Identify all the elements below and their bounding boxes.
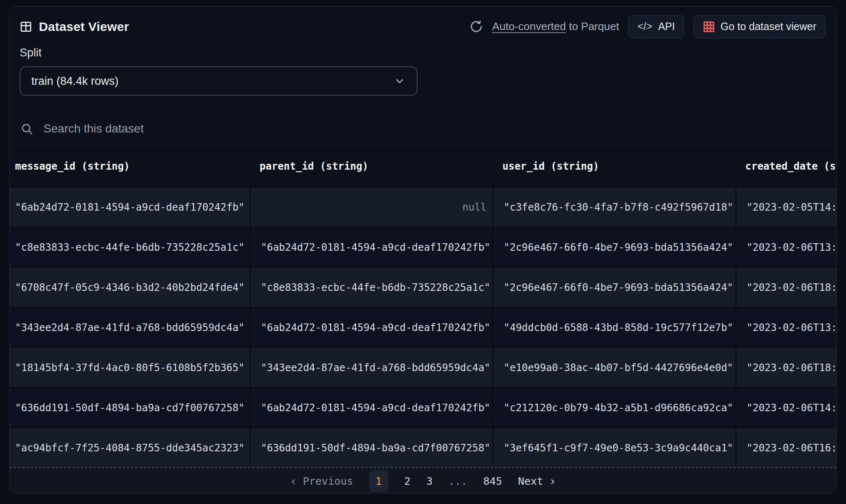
chevron-left-icon: ‹ [290, 474, 297, 488]
page-title: Dataset Viewer [39, 20, 129, 34]
table-cell: "6ab24d72-0181-4594-a9cd-deaf170242fb" [10, 186, 250, 227]
table-row[interactable]: "18145bf4-37fd-4ac0-80f5-6108b5f2b365""3… [10, 347, 836, 387]
table-cell: "2c96e467-66f0-4be7-9693-bda51356a424" [492, 267, 735, 307]
table-row[interactable]: "6708c47f-05c9-4346-b3d2-40b2bd24fde4""c… [10, 267, 836, 307]
column-header-created-date[interactable]: created_date (st [735, 146, 836, 186]
title-wrap: Dataset Viewer [20, 20, 129, 34]
split-selected-value: train (84.4k rows) [31, 75, 119, 88]
table-cell: "6ab24d72-0181-4594-a9cd-deaf170242fb" [250, 227, 492, 267]
header-actions: Auto-converted to Parquet </> API Go to … [469, 15, 826, 38]
pagination-bar: ‹ Previous 1 2 3 ... 845 Next › [10, 467, 836, 494]
card-header: Dataset Viewer Auto-converted to Parquet… [10, 7, 836, 46]
table-body: "6ab24d72-0181-4594-a9cd-deaf170242fb"nu… [10, 186, 836, 467]
previous-label: Previous [303, 475, 353, 487]
table-cell: "636dd191-50df-4894-ba9a-cd7f00767258" [10, 387, 250, 427]
table-cell: "ac94bfcf-7f25-4084-8755-dde345ac2323" [10, 427, 250, 467]
table-header-row: message_id (string) parent_id (string) u… [10, 146, 836, 186]
table-cell: "2023-02-06T16:4 [735, 427, 836, 467]
table-row[interactable]: "c8e83833-ecbc-44fe-b6db-735228c25a1c""6… [10, 227, 836, 267]
page-button-3[interactable]: 3 [426, 475, 433, 487]
table-cell: "c8e83833-ecbc-44fe-b6db-735228c25a1c" [250, 267, 492, 307]
page-button-1[interactable]: 1 [369, 470, 388, 492]
search-bar [10, 112, 836, 146]
page-button-last[interactable]: 845 [483, 475, 502, 487]
table-cell: "c212120c-0b79-4b32-a5b1-d96686ca92ca" [492, 387, 735, 427]
table-cell: "49ddcb0d-6588-43bd-858d-19c577f12e7b" [492, 307, 735, 347]
column-header-parent-id[interactable]: parent_id (string) [250, 146, 492, 186]
table-cell: null [250, 186, 492, 227]
api-button-label: API [658, 20, 675, 33]
api-button[interactable]: </> API [628, 15, 684, 38]
table-cell: "e10e99a0-38ac-4b07-bf5d-4427696e4e0d" [492, 347, 735, 387]
search-icon [20, 122, 33, 135]
split-section: Split train (84.4k rows) [10, 46, 836, 96]
table-row[interactable]: "ac94bfcf-7f25-4084-8755-dde345ac2323""6… [10, 427, 836, 467]
table-cell: "c3fe8c76-fc30-4fa7-b7f8-c492f5967d18" [492, 186, 735, 227]
table-cell: "c8e83833-ecbc-44fe-b6db-735228c25a1c" [10, 227, 250, 267]
table-cell: "343ee2d4-87ae-41fd-a768-bdd65959dc4a" [250, 347, 492, 387]
table-cell: "343ee2d4-87ae-41fd-a768-bdd65959dc4a" [10, 307, 250, 347]
table-cell: "2023-02-06T18:5 [735, 347, 836, 387]
table-cell: "2023-02-06T13:3 [735, 307, 836, 347]
table-cell: "636dd191-50df-4894-ba9a-cd7f00767258" [250, 427, 492, 467]
dataset-viewer-card: Dataset Viewer Auto-converted to Parquet… [9, 6, 837, 494]
search-input[interactable] [43, 122, 826, 136]
table-cell: "6ab24d72-0181-4594-a9cd-deaf170242fb" [250, 387, 492, 427]
table-cell: "2023-02-06T18:4 [735, 267, 836, 307]
go-to-dataset-viewer-button[interactable]: Go to dataset viewer [693, 15, 826, 38]
refresh-icon [469, 20, 483, 33]
table-grid-icon [20, 20, 32, 33]
table-cell: "3ef645f1-c9f7-49e0-8e53-3c9a9c440ca1" [492, 427, 735, 467]
viewer-button-label: Go to dataset viewer [721, 20, 816, 33]
auto-converted-link[interactable]: Auto-converted [492, 20, 566, 33]
chevron-down-icon [393, 75, 406, 87]
previous-button[interactable]: ‹ Previous [290, 474, 353, 488]
pagination-ellipsis: ... [448, 475, 467, 487]
table-cell: "2023-02-06T14:2 [735, 387, 836, 427]
next-label: Next [518, 475, 543, 487]
auto-converted-text: Auto-converted to Parquet [492, 20, 619, 33]
dataset-table: message_id (string) parent_id (string) u… [10, 146, 836, 467]
table-cell: "18145bf4-37fd-4ac0-80f5-6108b5f2b365" [10, 347, 250, 387]
table-cell: "6708c47f-05c9-4346-b3d2-40b2bd24fde4" [10, 267, 250, 307]
table-row[interactable]: "6ab24d72-0181-4594-a9cd-deaf170242fb"nu… [10, 186, 836, 227]
auto-converted-suffix: to Parquet [566, 20, 619, 33]
table-row[interactable]: "343ee2d4-87ae-41fd-a768-bdd65959dc4a""6… [10, 307, 836, 347]
table-cell: "6ab24d72-0181-4594-a9cd-deaf170242fb" [250, 307, 492, 347]
table-row[interactable]: "636dd191-50df-4894-ba9a-cd7f00767258""6… [10, 387, 836, 427]
page-button-2[interactable]: 2 [404, 475, 410, 487]
next-button[interactable]: Next › [518, 474, 556, 488]
split-label: Split [20, 46, 826, 61]
column-header-user-id[interactable]: user_id (string) [492, 146, 735, 186]
table-cell: "2023-02-06T13:5 [735, 227, 836, 267]
chevron-right-icon: › [549, 474, 556, 488]
code-icon: </> [637, 21, 652, 32]
table-cell: "2c96e467-66f0-4be7-9693-bda51356a424" [492, 227, 735, 267]
column-header-message-id[interactable]: message_id (string) [10, 146, 250, 186]
split-select[interactable]: train (84.4k rows) [20, 66, 418, 96]
table-cell: "2023-02-05T14:2 [735, 186, 836, 227]
red-grid-icon [703, 20, 715, 33]
